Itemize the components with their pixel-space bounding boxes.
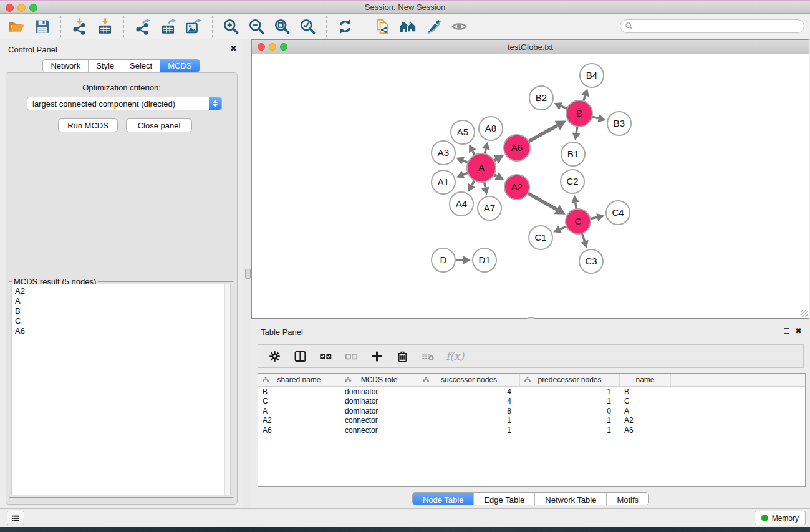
table-row[interactable]: Bdominator41B (258, 387, 805, 397)
column-header-successor-nodes[interactable]: successor nodes (418, 374, 520, 386)
edge-B-B3[interactable] (592, 117, 599, 118)
result-list-item[interactable]: C (12, 316, 230, 326)
tab-mcds[interactable]: MCDS (160, 60, 199, 72)
search-field[interactable] (620, 19, 804, 33)
result-list-item[interactable]: A2 (12, 286, 230, 296)
table-row[interactable]: A6connector11A6 (258, 425, 805, 435)
task-history-button[interactable] (7, 511, 24, 525)
houses-button[interactable] (398, 16, 418, 36)
table-close-icon[interactable]: ✖ (795, 327, 802, 334)
node-A8[interactable] (479, 117, 503, 140)
table-cell[interactable]: B (258, 387, 340, 397)
zoom-out-button[interactable] (247, 16, 266, 36)
table-float-icon[interactable] (784, 328, 789, 334)
column-header-name[interactable]: name (620, 374, 671, 386)
table-cell[interactable]: connector (340, 416, 418, 426)
add-button[interactable] (369, 348, 384, 364)
tab-node-table[interactable]: Node Table (413, 493, 474, 505)
table-cell[interactable]: dominator (340, 397, 418, 407)
node-A1[interactable] (432, 170, 455, 194)
node-C[interactable] (566, 209, 591, 234)
mcds-result-list[interactable]: A2ABCA6 (11, 284, 231, 495)
node-A6[interactable] (504, 135, 530, 161)
edge-A6-B[interactable] (528, 125, 557, 142)
close-panel-button[interactable]: Close panel (126, 118, 192, 132)
edge-B-B2[interactable] (561, 106, 567, 109)
edge-A-A4[interactable] (471, 180, 474, 185)
table-cell[interactable]: C (620, 397, 671, 407)
edge-C-C2[interactable] (576, 203, 576, 210)
maximize-window-icon[interactable] (29, 4, 37, 12)
edge-C-C4[interactable] (591, 217, 597, 218)
node-A4[interactable] (450, 192, 473, 216)
open-folder-button[interactable] (7, 16, 26, 36)
node-D1[interactable] (473, 248, 496, 272)
table-cell[interactable]: dominator (340, 406, 418, 416)
edge-B-B1[interactable] (576, 127, 577, 133)
table-cell[interactable]: 0 (520, 406, 620, 416)
node-C2[interactable] (561, 170, 584, 193)
column-header-predecessor-nodes[interactable]: predecessor nodes (520, 374, 620, 386)
deselect-all-button[interactable] (344, 348, 359, 364)
network-minimize-icon[interactable] (269, 43, 276, 51)
resize-corner-handle[interactable] (801, 310, 808, 317)
node-C3[interactable] (579, 249, 603, 273)
memory-button[interactable]: Memory (755, 511, 806, 525)
node-A[interactable] (467, 153, 496, 182)
select-all-button[interactable] (318, 348, 333, 364)
node-B1[interactable] (561, 142, 585, 166)
result-list-item[interactable]: A6 (12, 326, 230, 336)
table-cell[interactable]: 1 (418, 416, 520, 426)
edge-C-C3[interactable] (582, 233, 584, 241)
table-row[interactable]: A2connector11A2 (258, 416, 805, 426)
network-close-icon[interactable] (258, 43, 265, 51)
delete-button[interactable] (395, 348, 410, 364)
table-cell[interactable]: A6 (258, 425, 340, 435)
edge-A-A3[interactable] (463, 160, 468, 162)
criterion-dropdown[interactable]: largest connected component (directed) (27, 97, 222, 110)
edge-A-A5[interactable] (473, 151, 475, 155)
table-row[interactable]: Cdominator41C (258, 397, 805, 407)
close-panel-icon[interactable]: ✖ (230, 45, 237, 52)
tab-network-table[interactable]: Network Table (534, 493, 606, 505)
annotation-pen-button[interactable] (424, 16, 443, 36)
table-cell[interactable]: dominator (340, 387, 418, 397)
column-header-mcds-role[interactable]: MCDS role (340, 374, 418, 386)
table-cell[interactable]: A6 (620, 425, 671, 435)
edge-A2-C[interactable] (528, 193, 557, 210)
tab-network[interactable]: Network (43, 60, 88, 72)
network-canvas[interactable]: AA1A2A3A4A5A6A7A8BB1B2B3B4CC1C2C3C4DD1 (252, 54, 809, 317)
zoom-fit-button[interactable] (272, 16, 292, 36)
network-maximize-icon[interactable] (280, 43, 287, 51)
minimize-window-icon[interactable] (17, 4, 26, 12)
delete-table-button[interactable] (420, 348, 435, 364)
table-cell[interactable]: B (620, 387, 671, 397)
vertical-divider-grip[interactable] (245, 269, 251, 279)
node-B2[interactable] (529, 86, 553, 110)
node-A5[interactable] (451, 120, 475, 144)
edge-C-C1[interactable] (560, 226, 566, 230)
column-header-shared-name[interactable]: shared name (258, 374, 340, 386)
export-image-button[interactable] (184, 16, 203, 36)
tab-motifs[interactable]: Motifs (606, 493, 648, 505)
import-network-button[interactable] (70, 16, 89, 36)
table-cell[interactable]: A2 (258, 416, 340, 426)
search-input[interactable] (636, 21, 804, 32)
zoom-selected-button[interactable] (298, 16, 317, 36)
export-table-button[interactable] (158, 16, 178, 36)
edge-A-A7[interactable] (485, 182, 486, 188)
table-cell[interactable]: 4 (418, 397, 520, 407)
table-cell[interactable]: A (258, 406, 340, 416)
table-cell[interactable]: A2 (620, 416, 671, 426)
zoom-in-button[interactable] (221, 16, 241, 36)
table-cell[interactable]: 1 (520, 416, 620, 426)
tab-select[interactable]: Select (122, 60, 160, 72)
gear-button[interactable] (267, 348, 282, 364)
table-cell[interactable]: C (258, 397, 340, 407)
save-button[interactable] (32, 16, 52, 36)
eye-button[interactable] (450, 16, 469, 36)
table-cell[interactable]: 1 (520, 425, 620, 435)
node-D[interactable] (432, 248, 455, 272)
node-B4[interactable] (580, 64, 604, 87)
table-row[interactable]: Adominator80A (258, 406, 805, 416)
